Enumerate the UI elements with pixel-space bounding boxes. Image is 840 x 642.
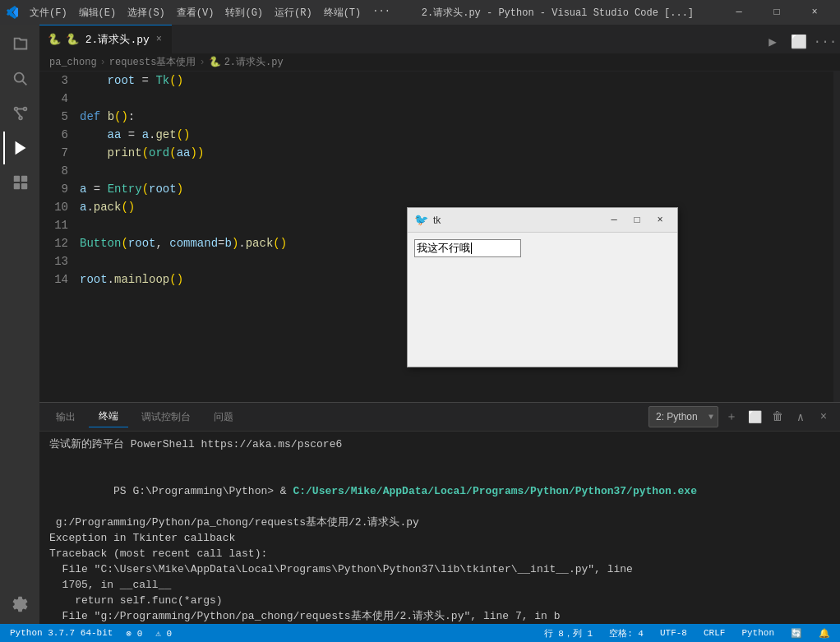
code-p10a: ( bbox=[121, 198, 127, 216]
menu-view[interactable]: 查看(V) bbox=[172, 4, 219, 21]
terminal-line-1: 尝试新的跨平台 PowerShell https://aka.ms/pscore… bbox=[49, 436, 830, 452]
main-layout: 🐍 🐍 2.请求头.py × ▶ ⬜ ··· pa_chong › reques… bbox=[0, 25, 840, 624]
breadcrumb-item-1[interactable]: requests基本使用 bbox=[109, 55, 196, 69]
breadcrumb-item-0[interactable]: pa_chong bbox=[49, 57, 97, 68]
menu-edit[interactable]: 编辑(E) bbox=[74, 4, 122, 21]
window-controls[interactable]: ─ □ × bbox=[720, 0, 833, 25]
menu-select[interactable]: 选择(S) bbox=[122, 4, 170, 21]
code-var-root12: root bbox=[128, 234, 156, 252]
code-paren-5: ( bbox=[114, 108, 121, 126]
split-editor-button[interactable]: ⬜ bbox=[787, 30, 810, 53]
line-numbers: 3 4 5 6 7 8 9 10 11 12 13 14 bbox=[39, 72, 76, 402]
code-p7d: ) bbox=[197, 144, 204, 162]
extensions-icon[interactable] bbox=[3, 166, 36, 199]
explorer-icon[interactable] bbox=[3, 28, 36, 61]
menu-bar[interactable]: 文件(F) 编辑(E) 选择(S) 查看(V) 转到(G) 运行(R) 终端(T… bbox=[25, 4, 395, 21]
code-p6a: ( bbox=[177, 126, 183, 144]
tk-entry-field[interactable]: 我这不行哦 bbox=[414, 239, 521, 257]
menu-run[interactable]: 运行(R) bbox=[270, 4, 317, 21]
code-p12b: ) bbox=[232, 234, 238, 252]
errors-status[interactable]: ⊗ 0 bbox=[122, 624, 145, 642]
term-ps-prefix: PS G:\Programming\Python> & bbox=[113, 485, 293, 497]
terminal-dropdown-wrapper: 2: Python ▼ bbox=[648, 406, 718, 427]
code-editor[interactable]: 3 4 5 6 7 8 9 10 11 12 13 14 root bbox=[39, 72, 840, 402]
panel-controls: 2: Python ▼ ＋ ⬜ 🗑 ∧ × bbox=[648, 406, 833, 427]
tab-terminal[interactable]: 终端 bbox=[89, 406, 128, 427]
maximize-button[interactable]: □ bbox=[758, 0, 796, 25]
svg-line-6 bbox=[16, 110, 21, 116]
run-button[interactable]: ▶ bbox=[761, 30, 784, 53]
code-button: Button bbox=[80, 234, 121, 252]
tab-output[interactable]: 输出 bbox=[46, 407, 85, 427]
menu-more[interactable]: ··· bbox=[367, 4, 395, 21]
code-dot-10: . bbox=[86, 198, 93, 216]
language-status[interactable]: Python bbox=[738, 624, 778, 642]
code-indent bbox=[80, 72, 108, 90]
breadcrumb-sep-0: › bbox=[100, 57, 106, 68]
more-actions-button[interactable]: ··· bbox=[814, 30, 837, 53]
breadcrumb-icon-python: 🐍 bbox=[209, 56, 221, 68]
line-col-status[interactable]: 行 8，列 1 bbox=[541, 624, 596, 642]
split-terminal-button[interactable]: ⬜ bbox=[745, 407, 764, 427]
code-paren-5c: ) bbox=[121, 108, 127, 126]
tk-maximize-button[interactable]: □ bbox=[626, 211, 648, 229]
tab-problems[interactable]: 问题 bbox=[204, 407, 243, 427]
encoding-status[interactable]: UTF-8 bbox=[657, 624, 690, 642]
python-version-status[interactable]: Python 3.7.7 64-bit bbox=[7, 624, 116, 642]
tk-controls: ─ □ × bbox=[603, 211, 671, 229]
terminal-line-2 bbox=[49, 452, 830, 468]
menu-goto[interactable]: 转到(G) bbox=[220, 4, 268, 21]
line-num-4: 4 bbox=[39, 90, 68, 108]
line-ending-status[interactable]: CRLF bbox=[700, 624, 728, 642]
code-dot-6: . bbox=[149, 126, 155, 144]
active-tab[interactable]: 🐍 🐍 2.请求头.py × bbox=[39, 25, 172, 53]
spaces-status[interactable]: 空格: 4 bbox=[606, 624, 647, 642]
run-debug-icon[interactable] bbox=[3, 132, 36, 164]
code-line-7: print(ord(aa)) bbox=[80, 144, 840, 162]
warnings-status[interactable]: ⚠ 0 bbox=[152, 624, 175, 642]
code-paren-close: ) bbox=[177, 72, 183, 90]
terminal-content[interactable]: 尝试新的跨平台 PowerShell https://aka.ms/pscore… bbox=[39, 432, 840, 624]
titlebar: 文件(F) 编辑(E) 选择(S) 查看(V) 转到(G) 运行(R) 终端(T… bbox=[0, 0, 840, 25]
code-p12c: ( bbox=[273, 234, 279, 252]
menu-file[interactable]: 文件(F) bbox=[25, 4, 72, 21]
activity-bottom bbox=[3, 588, 36, 624]
line-num-10: 10 bbox=[39, 198, 68, 216]
tab-debug-console[interactable]: 调试控制台 bbox=[132, 407, 201, 427]
status-right: 行 8，列 1 空格: 4 UTF-8 CRLF Python 🔄 🔔 bbox=[541, 624, 833, 642]
panel-tabs: 输出 终端 调试控制台 问题 2: Python ▼ ＋ ⬜ 🗑 ∧ × bbox=[39, 403, 840, 432]
terminal-dropdown[interactable]: 2: Python bbox=[648, 406, 718, 427]
tk-minimize-button[interactable]: ─ bbox=[603, 211, 625, 229]
svg-point-0 bbox=[15, 73, 24, 82]
line-num-9: 9 bbox=[39, 180, 68, 198]
bell-icon[interactable]: 🔔 bbox=[815, 624, 833, 642]
minimize-button[interactable]: ─ bbox=[720, 0, 758, 25]
svg-point-4 bbox=[19, 117, 22, 120]
svg-point-3 bbox=[24, 108, 27, 111]
breadcrumb-item-2[interactable]: 2.请求头.py bbox=[224, 55, 284, 69]
tab-bar-right-controls: ▶ ⬜ ··· bbox=[761, 30, 840, 53]
code-p14b: ) bbox=[177, 270, 183, 289]
activity-bar bbox=[0, 25, 39, 624]
code-line-8 bbox=[80, 162, 840, 180]
panel-up-button[interactable]: ∧ bbox=[791, 407, 810, 427]
menu-terminal[interactable]: 终端(T) bbox=[319, 4, 367, 21]
settings-icon[interactable] bbox=[3, 588, 36, 621]
tab-close-button[interactable]: × bbox=[155, 33, 164, 46]
sync-icon[interactable]: 🔄 bbox=[787, 624, 805, 642]
term-path-highlight: C:/Users/Mike/AppData/Local/Programs/Pyt… bbox=[293, 485, 696, 497]
editor-area: 🐍 🐍 2.请求头.py × ▶ ⬜ ··· pa_chong › reques… bbox=[39, 25, 840, 624]
minimap-scrollbar[interactable] bbox=[833, 72, 840, 402]
add-terminal-button[interactable]: ＋ bbox=[722, 407, 741, 427]
search-icon[interactable] bbox=[3, 62, 36, 95]
kill-terminal-button[interactable]: 🗑 bbox=[768, 407, 787, 427]
tk-close-button[interactable]: × bbox=[649, 211, 671, 229]
close-button[interactable]: × bbox=[796, 0, 833, 25]
breadcrumb-sep-1: › bbox=[199, 57, 205, 68]
svg-rect-9 bbox=[21, 176, 27, 182]
panel-close-button[interactable]: × bbox=[814, 407, 833, 427]
svg-point-2 bbox=[15, 108, 18, 111]
code-var-a9: a bbox=[80, 180, 86, 198]
line-num-6: 6 bbox=[39, 126, 68, 144]
source-control-icon[interactable] bbox=[3, 97, 36, 130]
